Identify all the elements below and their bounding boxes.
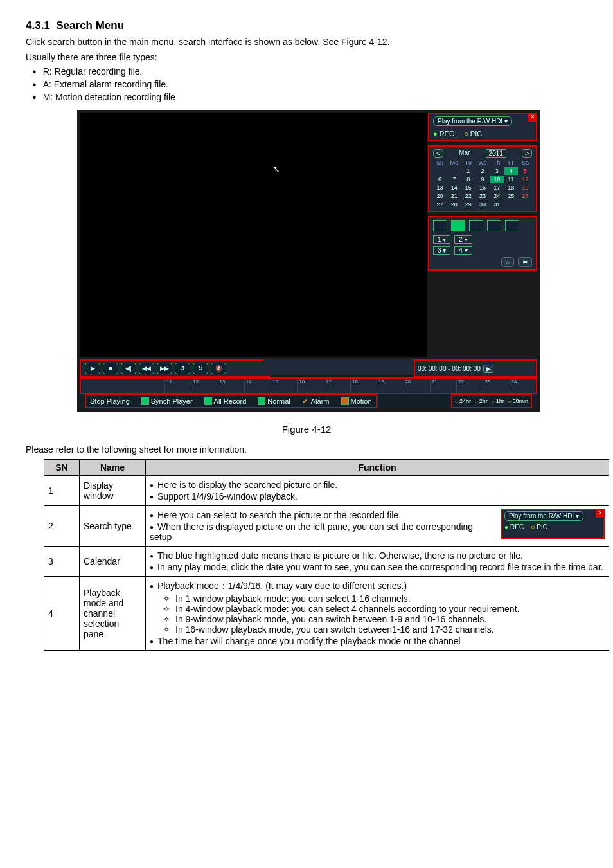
figure-caption: Figure 4-12: [26, 422, 587, 436]
section-title: Search Menu: [56, 19, 124, 32]
intro-p1: Click search button in the main menu, se…: [26, 36, 587, 49]
channel-2[interactable]: 2 ▾: [454, 235, 472, 244]
status-stop: Stop Playing: [90, 397, 130, 405]
info-table: SN Name Function 1 Display window Here i…: [44, 459, 609, 651]
view-25-icon[interactable]: [505, 220, 519, 231]
channel-3[interactable]: 3 ▾: [433, 246, 450, 255]
view-1-icon[interactable]: [433, 220, 447, 231]
timeline[interactable]: 1112131415161718192021222324: [80, 377, 537, 394]
mini-rec[interactable]: REC: [504, 523, 524, 530]
row1-fn: Here is to display the searched picture …: [146, 475, 609, 505]
source-panel: × Play from the R/W HDI ▾ REC PIC: [428, 113, 537, 141]
motion-checkbox[interactable]: Motion: [341, 397, 372, 405]
time-readout: 00: 00: 00 - 00: 00: 00: [418, 365, 481, 372]
normal-checkbox[interactable]: Normal: [258, 397, 290, 405]
playback-controls: ▶ ■ ◀| ◀◀ ▶▶ ↺ ↻ 🔇: [80, 359, 270, 377]
alarm-checkbox[interactable]: ✔Alarm: [302, 397, 330, 406]
file-type-r: R: Regular recording file.: [32, 66, 587, 77]
mute-icon[interactable]: 🔇: [211, 363, 226, 374]
playback-canvas[interactable]: ↖: [80, 113, 427, 357]
calendar-panel: < Mar 2011 > SuMoTuWeThFrSa1234567891011…: [428, 145, 537, 212]
rewind-icon[interactable]: ◀◀: [139, 363, 154, 374]
pic-toggle[interactable]: PIC: [464, 130, 482, 138]
search-button[interactable]: ⌕: [501, 257, 514, 267]
rec-toggle[interactable]: REC: [433, 130, 454, 138]
calendar-grid[interactable]: SuMoTuWeThFrSa12345678910111213141516171…: [433, 159, 532, 208]
time-range: 00: 00: 00 - 00: 00: 00 ▶: [414, 359, 537, 377]
zoom-scale[interactable]: 24hr 2hr 1hr 30min: [451, 394, 532, 408]
row2-sn: 2: [44, 505, 80, 546]
fast-icon[interactable]: ↻: [193, 363, 208, 374]
table-intro: Please refer to the following sheet for …: [26, 444, 587, 457]
slow-icon[interactable]: ↺: [175, 363, 190, 374]
file-type-a: A: External alarm recording file.: [32, 79, 587, 89]
close-icon[interactable]: ×: [528, 113, 537, 122]
list-button[interactable]: ≣: [518, 257, 532, 267]
th-sn: SN: [44, 459, 80, 475]
row2-fn: × Play from the R/W HDI ▾ REC PIC Here y…: [146, 505, 609, 546]
section-number: 4.3.1: [26, 19, 50, 32]
synch-checkbox[interactable]: Synch Player: [141, 397, 193, 405]
view-16-icon[interactable]: [487, 220, 501, 231]
control-gap: [263, 359, 418, 375]
intro-p2: Usually there are three file types:: [26, 51, 587, 64]
mini-source-panel: × Play from the R/W HDI ▾ REC PIC: [501, 509, 605, 539]
stop-icon[interactable]: ■: [103, 363, 118, 374]
th-fn: Function: [146, 459, 609, 475]
status-bar: Stop Playing Synch Player All Record Nor…: [80, 394, 537, 408]
row3-fn: The blue highlighted date means there is…: [146, 546, 609, 576]
th-name: Name: [80, 459, 146, 475]
row2-name: Search type: [80, 505, 146, 546]
mini-pic[interactable]: PIC: [531, 523, 547, 530]
file-type-m: M: Motion detection recording file: [32, 92, 587, 102]
view-4-icon[interactable]: [451, 220, 465, 231]
cal-year[interactable]: 2011: [486, 149, 506, 158]
cal-month[interactable]: Mar: [459, 149, 470, 158]
row1-name: Display window: [80, 475, 146, 505]
play-icon[interactable]: ▶: [85, 363, 100, 374]
cursor-icon: ↖: [272, 164, 280, 174]
row1-sn: 1: [44, 475, 80, 505]
view-9-icon[interactable]: [469, 220, 483, 231]
source-dropdown[interactable]: Play from the R/W HDI ▾: [433, 116, 512, 126]
row4-name: Playback mode and channel selection pane…: [80, 576, 146, 650]
mini-close-icon[interactable]: ×: [596, 509, 605, 518]
row4-sn: 4: [44, 576, 80, 650]
row3-name: Calendar: [80, 546, 146, 576]
goto-button[interactable]: ▶: [483, 365, 493, 373]
channel-1[interactable]: 1 ▾: [433, 235, 450, 244]
forward-icon[interactable]: ▶▶: [157, 363, 172, 374]
cal-prev-icon[interactable]: <: [433, 149, 443, 158]
allrec-checkbox[interactable]: All Record: [204, 397, 247, 405]
row4-fn: Playback mode：1/4/9/16. (It may vary due…: [146, 576, 609, 650]
screenshot: ↖ × Play from the R/W HDI ▾ REC PIC < Ma…: [77, 110, 540, 412]
cal-next-icon[interactable]: >: [522, 149, 532, 158]
channel-4[interactable]: 4 ▾: [454, 246, 472, 255]
view-channel-panel: 1 ▾ 2 ▾ 3 ▾ 4 ▾ ⌕ ≣: [428, 216, 537, 271]
prev-frame-icon[interactable]: ◀|: [121, 363, 136, 374]
row3-sn: 3: [44, 546, 80, 576]
mini-dropdown[interactable]: Play from the R/W HDI ▾: [504, 511, 583, 521]
